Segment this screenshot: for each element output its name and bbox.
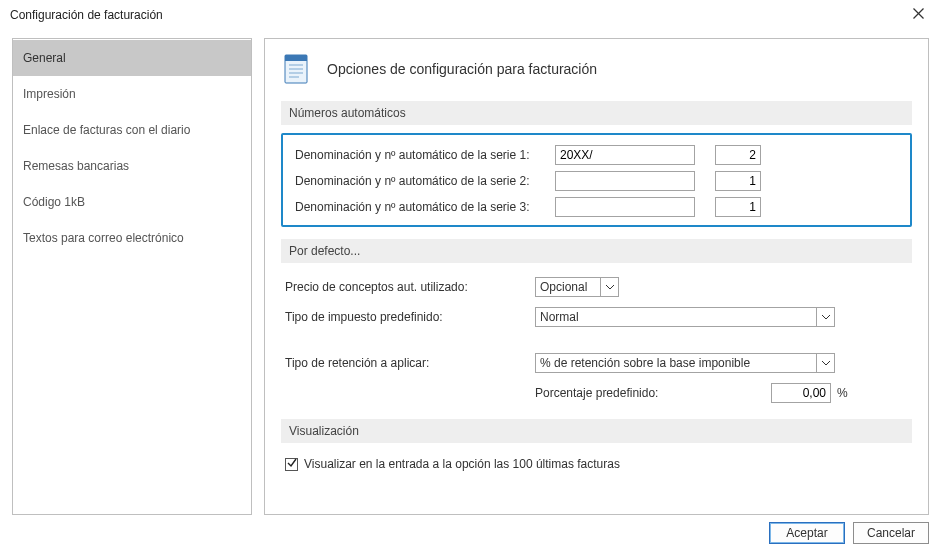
- price-select-value: Opcional: [540, 280, 587, 294]
- tax-select[interactable]: Normal: [535, 307, 835, 327]
- serie-1-num-input[interactable]: [715, 145, 761, 165]
- sidebar-item-label: Textos para correo electrónico: [23, 231, 184, 245]
- visual-checkbox[interactable]: [285, 458, 298, 471]
- percentage-suffix: %: [837, 386, 848, 400]
- body-area: General Impresión Enlace de facturas con…: [0, 30, 941, 519]
- cancel-button[interactable]: Cancelar: [853, 522, 929, 544]
- check-icon: [287, 457, 297, 471]
- retention-label: Tipo de retención a aplicar:: [285, 356, 535, 370]
- serie-3-label: Denominación y nº automático de la serie…: [295, 200, 545, 214]
- accept-button[interactable]: Aceptar: [769, 522, 845, 544]
- serie-2-text-input[interactable]: [555, 171, 695, 191]
- close-icon: [913, 8, 924, 22]
- serie-3-text-input[interactable]: [555, 197, 695, 217]
- accept-button-label: Aceptar: [786, 526, 827, 540]
- cancel-button-label: Cancelar: [867, 526, 915, 540]
- retention-select-value: % de retención sobre la base imponible: [540, 356, 750, 370]
- sidebar-item-label: Código 1kB: [23, 195, 85, 209]
- sidebar-item-textos-correo[interactable]: Textos para correo electrónico: [13, 220, 251, 256]
- defaults-grid: Precio de conceptos aut. utilizado: Opci…: [281, 271, 912, 405]
- sidebar-item-impresion[interactable]: Impresión: [13, 76, 251, 112]
- panel-title: Opciones de configuración para facturaci…: [327, 61, 597, 77]
- sidebar: General Impresión Enlace de facturas con…: [12, 38, 252, 515]
- sidebar-item-remesas[interactable]: Remesas bancarias: [13, 148, 251, 184]
- main-panel: Opciones de configuración para facturaci…: [264, 38, 929, 515]
- dialog-footer: Aceptar Cancelar: [0, 519, 941, 555]
- serie-2-label: Denominación y nº automático de la serie…: [295, 174, 545, 188]
- tax-select-value: Normal: [540, 310, 579, 324]
- svg-rect-3: [285, 55, 307, 61]
- titlebar: Configuración de facturación: [0, 0, 941, 30]
- auto-numbers-box: Denominación y nº automático de la serie…: [281, 133, 912, 227]
- price-label: Precio de conceptos aut. utilizado:: [285, 280, 535, 294]
- sidebar-item-label: Remesas bancarias: [23, 159, 129, 173]
- serie-row-1: Denominación y nº automático de la serie…: [295, 145, 898, 165]
- serie-row-2: Denominación y nº automático de la serie…: [295, 171, 898, 191]
- chevron-down-icon: [816, 354, 834, 372]
- serie-1-text-input[interactable]: [555, 145, 695, 165]
- percentage-input[interactable]: [771, 383, 831, 403]
- sidebar-item-general[interactable]: General: [13, 40, 251, 76]
- retention-select[interactable]: % de retención sobre la base imponible: [535, 353, 835, 373]
- serie-row-3: Denominación y nº automático de la serie…: [295, 197, 898, 217]
- sidebar-item-label: General: [23, 51, 66, 65]
- chevron-down-icon: [816, 308, 834, 326]
- visual-checkbox-label: Visualizar en la entrada a la opción las…: [304, 457, 620, 471]
- sidebar-item-enlace-diario[interactable]: Enlace de facturas con el diario: [13, 112, 251, 148]
- panel-header: Opciones de configuración para facturaci…: [281, 53, 912, 85]
- section-title-visual: Visualización: [281, 419, 912, 443]
- percentage-label: Porcentaje predefinido:: [535, 386, 765, 400]
- sidebar-item-label: Impresión: [23, 87, 76, 101]
- serie-1-label: Denominación y nº automático de la serie…: [295, 148, 545, 162]
- section-title-defaults: Por defecto...: [281, 239, 912, 263]
- price-select[interactable]: Opcional: [535, 277, 619, 297]
- visual-checkbox-row: Visualizar en la entrada a la opción las…: [281, 451, 912, 477]
- sidebar-item-codigo-1kb[interactable]: Código 1kB: [13, 184, 251, 220]
- serie-3-num-input[interactable]: [715, 197, 761, 217]
- section-title-auto-numbers: Números automáticos: [281, 101, 912, 125]
- window-title: Configuración de facturación: [10, 8, 895, 22]
- percentage-row: Porcentaje predefinido: %: [535, 383, 908, 403]
- sidebar-item-label: Enlace de facturas con el diario: [23, 123, 190, 137]
- serie-2-num-input[interactable]: [715, 171, 761, 191]
- dialog-window: Configuración de facturación General Imp…: [0, 0, 941, 555]
- tax-label: Tipo de impuesto predefinido:: [285, 310, 535, 324]
- document-icon: [281, 53, 313, 85]
- close-button[interactable]: [895, 0, 941, 30]
- chevron-down-icon: [600, 278, 618, 296]
